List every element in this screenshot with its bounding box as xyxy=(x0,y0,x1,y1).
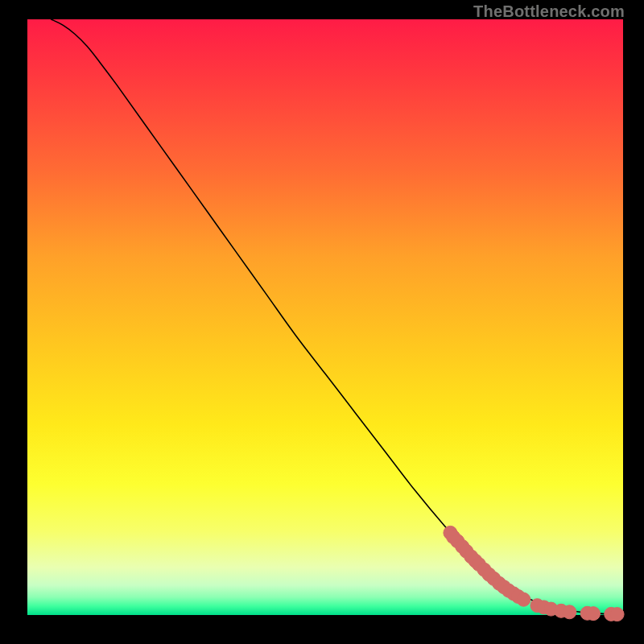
chart-overlay xyxy=(27,19,623,615)
highlighted-point xyxy=(587,607,601,621)
highlighted-points-group xyxy=(444,526,624,621)
watermark-text: TheBottleneck.com xyxy=(473,2,625,21)
bottleneck-curve xyxy=(52,19,623,614)
highlighted-point xyxy=(563,605,576,619)
highlighted-point xyxy=(517,592,530,606)
highlighted-point xyxy=(610,608,624,621)
